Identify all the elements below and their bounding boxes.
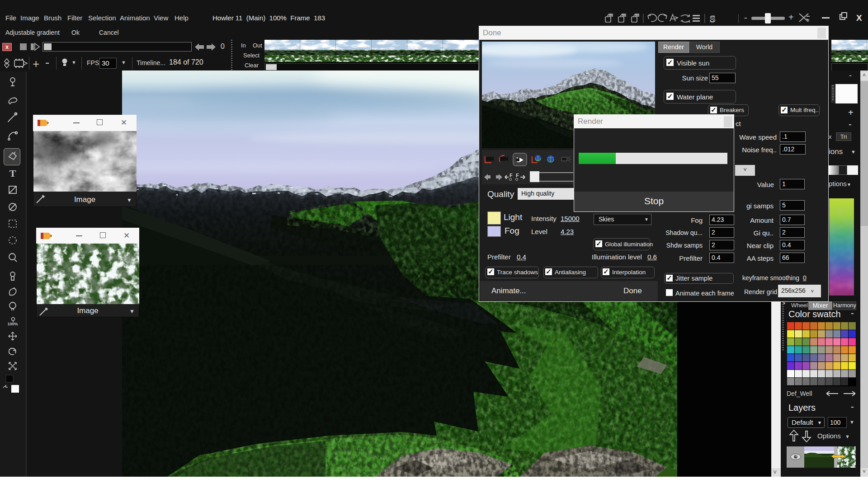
svg-text:T: T [9,168,16,179]
svg-text:100%: 100% [7,322,18,326]
svg-text:S: S [710,13,715,24]
svg-text:F: F [509,173,513,178]
svg-text:F: F [516,173,519,178]
